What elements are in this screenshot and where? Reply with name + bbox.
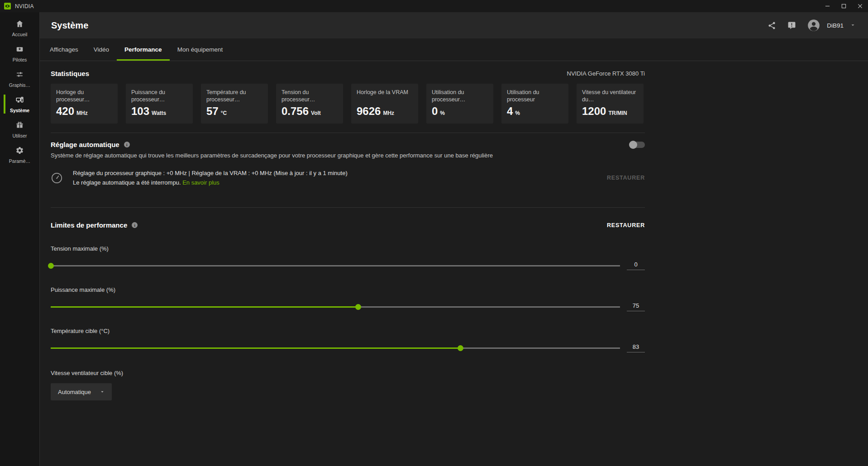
sidebar-item-parametres[interactable]: Paramè… (0, 142, 39, 167)
slider-track[interactable] (51, 263, 620, 269)
stat-unit: % (440, 110, 445, 116)
autotune-restore-button[interactable]: RESTAURER (607, 175, 645, 181)
stat-card-gpu-usage: Utilisation du processeur… 0% (426, 84, 493, 124)
stat-value: 0 (432, 105, 438, 118)
info-icon[interactable]: i (132, 222, 138, 228)
autotune-toggle[interactable] (630, 142, 645, 148)
slider-label-voltage: Tension maximale (%) (51, 245, 645, 252)
tab-affichages[interactable]: Affichages (42, 38, 86, 61)
sidebar-item-systeme[interactable]: Système (0, 91, 39, 117)
stat-value: 9626 (357, 105, 381, 118)
minimize-button[interactable] (819, 0, 835, 12)
graphics-icon (15, 70, 24, 81)
slider-track[interactable] (51, 304, 620, 310)
page-content: Statistiques NVIDIA GeForce RTX 3080 Ti … (40, 61, 868, 466)
header-actions: DiB91 (768, 19, 855, 32)
slider-value[interactable]: 83 (627, 343, 645, 352)
section-divider (51, 207, 645, 208)
stat-label: Horloge du processeur… (56, 89, 112, 103)
autotune-heading: Réglage automatique (51, 141, 119, 148)
gauge-icon (51, 172, 63, 184)
avatar (807, 19, 820, 32)
section-divider (51, 133, 645, 133)
slider-thumb[interactable] (355, 304, 361, 310)
tab-mon-equipement[interactable]: Mon équipement (170, 38, 231, 61)
stat-unit: % (515, 110, 520, 116)
stat-unit: TR/MIN (608, 110, 627, 116)
user-menu[interactable]: DiB91 (807, 19, 855, 32)
app-body: Accueil Pilotes Graphis… Système Utilise… (0, 12, 868, 466)
slider-power: 75 (51, 302, 645, 311)
toggle-knob (629, 141, 637, 149)
sidebar-item-label: Graphis… (9, 82, 30, 88)
limits-heading: Limites de performance (51, 221, 127, 229)
stat-cards: Horloge du processeur… 420MHz Puissance … (51, 84, 645, 124)
slider-value[interactable]: 0 (627, 261, 645, 270)
feedback-button[interactable] (787, 21, 796, 30)
autotune-description: Système de réglage automatique qui trouv… (51, 152, 645, 159)
autotune-status-text: Réglage du processeur graphique : +0 MHz… (73, 168, 348, 187)
stat-unit: MHz (383, 110, 394, 116)
maximize-button[interactable] (835, 0, 852, 12)
stat-label: Puissance du processeur… (131, 89, 187, 103)
limits-restore-button[interactable]: RESTAURER (607, 222, 645, 228)
slider-value[interactable]: 75 (627, 302, 645, 311)
stat-value: 1200 (582, 105, 606, 118)
autotune-status-line1: Réglage du processeur graphique : +0 MHz… (73, 168, 348, 178)
sidebar-item-graphismes[interactable]: Graphis… (0, 66, 39, 91)
sidebar: Accueil Pilotes Graphis… Système Utilise… (0, 12, 40, 466)
settings-gear-icon (15, 146, 24, 157)
slider-label-temperature: Température cible (°C) (51, 328, 645, 334)
share-button[interactable] (768, 21, 776, 30)
chevron-down-icon (100, 390, 105, 394)
autotune-status-row: Réglage du processeur graphique : +0 MHz… (51, 168, 645, 187)
fan-speed-selected: Automatique (58, 389, 91, 395)
nvidia-app-window: NVIDIA Accueil Pilotes Graphis… Sy (0, 0, 868, 466)
autotune-status-line2: Le réglage automatique a été interrompu. (73, 179, 181, 186)
stat-unit: Watts (152, 110, 166, 116)
fan-speed-dropdown[interactable]: Automatique (51, 383, 112, 400)
learn-more-link[interactable]: En savoir plus (182, 179, 219, 186)
stat-card-gpu-voltage: Tension du processeur… 0.756Volt (276, 84, 343, 124)
slider-voltage: 0 (51, 261, 645, 270)
sidebar-item-pilotes[interactable]: Pilotes (0, 41, 39, 66)
slider-thumb[interactable] (458, 345, 463, 351)
tab-performance[interactable]: Performance (117, 38, 170, 61)
stat-label: Utilisation du processeur (507, 89, 563, 103)
limits-heading-row: Limites de performance i RESTAURER (51, 221, 645, 229)
redeem-icon (15, 121, 24, 131)
stat-label: Tension du processeur… (281, 89, 338, 103)
sidebar-item-label: Accueil (12, 32, 28, 37)
slider-track[interactable] (51, 345, 620, 351)
stat-card-cpu-usage: Utilisation du processeur 4% (501, 84, 568, 124)
close-button[interactable] (852, 0, 868, 12)
tab-video[interactable]: Vidéo (86, 38, 117, 61)
tabstrip: Affichages Vidéo Performance Mon équipem… (40, 38, 868, 61)
username: DiB91 (827, 22, 844, 29)
titlebar-title: NVIDIA (15, 3, 34, 10)
titlebar: NVIDIA (0, 0, 868, 12)
sidebar-item-label: Pilotes (13, 57, 27, 62)
slider-thumb[interactable] (48, 263, 54, 269)
stat-card-gpu-clock: Horloge du processeur… 420MHz (51, 84, 118, 124)
stat-label: Horloge de la VRAM (357, 89, 413, 103)
page-title: Système (51, 20, 88, 31)
info-icon[interactable]: i (124, 142, 130, 147)
sidebar-item-label: Paramè… (9, 158, 30, 164)
stat-value: 4 (507, 105, 513, 118)
stat-card-gpu-power: Puissance du processeur… 103Watts (126, 84, 193, 124)
sidebar-item-accueil[interactable]: Accueil (0, 15, 39, 41)
stat-unit: Volt (311, 110, 321, 116)
chevron-down-icon (850, 21, 855, 29)
slider-temperature: 83 (51, 343, 645, 352)
slider-label-power: Puissance maximale (%) (51, 286, 645, 293)
stat-unit: °C (221, 110, 227, 116)
main-area: Système DiB91 (40, 12, 868, 466)
nvidia-logo-icon (4, 3, 11, 10)
stat-label: Vitesse du ventilateur du… (582, 89, 638, 103)
stats-heading: Statistiques (51, 70, 89, 77)
stat-value: 420 (56, 105, 74, 118)
window-controls (819, 0, 868, 12)
home-icon (15, 19, 24, 30)
sidebar-item-utiliser[interactable]: Utiliser (0, 117, 39, 142)
